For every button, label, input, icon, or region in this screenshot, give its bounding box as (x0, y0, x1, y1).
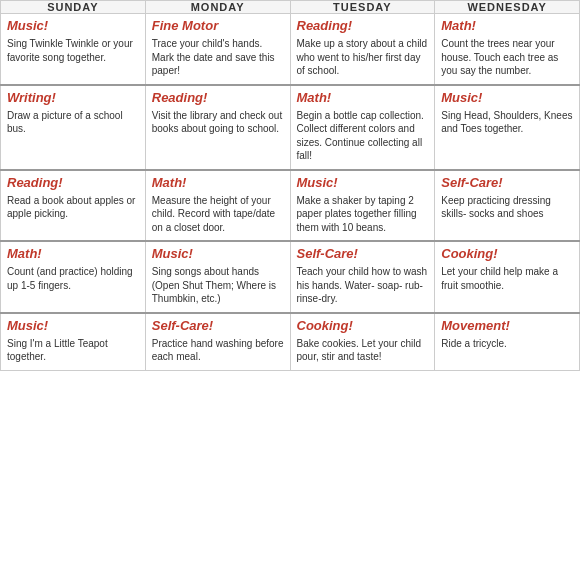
cell-body: Begin a bottle cap collection. Collect d… (291, 107, 435, 169)
cell-title: Music! (435, 86, 579, 107)
table-cell: Writing!Draw a picture of a school bus. (1, 85, 146, 170)
table-cell: Math!Measure the height of your child. R… (145, 170, 290, 242)
table-cell: Music!Sing songs about hands (Open Shut … (145, 241, 290, 313)
cell-body: Keep practicing dressing skills- socks a… (435, 192, 579, 227)
cell-title: Self-Care! (435, 171, 579, 192)
day-header: MONDAY (145, 1, 290, 14)
day-header: WEDNESDAY (435, 1, 580, 14)
cell-title: Fine Motor (146, 14, 290, 35)
cell-body: Count the trees near your house. Touch e… (435, 35, 579, 84)
table-cell: Music!Make a shaker by taping 2 paper pl… (290, 170, 435, 242)
cell-body: Teach your child how to wash his hands. … (291, 263, 435, 312)
cell-body: Practice hand washing before each meal. (146, 335, 290, 370)
table-cell: Movement!Ride a tricycle. (435, 313, 580, 371)
cell-body: Visit the library and check out books ab… (146, 107, 290, 142)
cell-title: Reading! (291, 14, 435, 35)
cell-body: Let your child help make a fruit smoothi… (435, 263, 579, 298)
cell-title: Self-Care! (146, 314, 290, 335)
cell-title: Music! (291, 171, 435, 192)
cell-title: Cooking! (291, 314, 435, 335)
cell-body: Ride a tricycle. (435, 335, 579, 357)
day-header: TUESDAY (290, 1, 435, 14)
table-cell: Math!Count the trees near your house. To… (435, 14, 580, 85)
cell-title: Reading! (1, 171, 145, 192)
table-cell: Self-Care!Teach your child how to wash h… (290, 241, 435, 313)
cell-title: Math! (1, 242, 145, 263)
cell-title: Movement! (435, 314, 579, 335)
table-cell: Cooking!Let your child help make a fruit… (435, 241, 580, 313)
cell-title: Writing! (1, 86, 145, 107)
cell-body: Draw a picture of a school bus. (1, 107, 145, 142)
cell-body: Sing Twinkle Twinkle or your favorite so… (1, 35, 145, 70)
cell-title: Cooking! (435, 242, 579, 263)
table-cell: Music!Sing I'm a Little Teapot together. (1, 313, 146, 371)
table-cell: Music!Sing Head, Shoulders, Knees and To… (435, 85, 580, 170)
table-cell: Reading!Visit the library and check out … (145, 85, 290, 170)
cell-body: Read a book about apples or apple pickin… (1, 192, 145, 227)
cell-title: Music! (1, 314, 145, 335)
cell-body: Sing I'm a Little Teapot together. (1, 335, 145, 370)
cell-title: Music! (1, 14, 145, 35)
table-cell: Cooking!Bake cookies. Let your child pou… (290, 313, 435, 371)
cell-body: Count (and practice) holding up 1-5 fing… (1, 263, 145, 298)
table-cell: Reading!Read a book about apples or appl… (1, 170, 146, 242)
table-cell: Math!Begin a bottle cap collection. Coll… (290, 85, 435, 170)
cell-title: Math! (146, 171, 290, 192)
table-cell: Self-Care!Keep practicing dressing skill… (435, 170, 580, 242)
cell-body: Make a shaker by taping 2 paper plates t… (291, 192, 435, 241)
cell-title: Reading! (146, 86, 290, 107)
table-cell: Self-Care!Practice hand washing before e… (145, 313, 290, 371)
cell-title: Music! (146, 242, 290, 263)
table-cell: Reading!Make up a story about a child wh… (290, 14, 435, 85)
cell-body: Measure the height of your child. Record… (146, 192, 290, 241)
cell-title: Math! (435, 14, 579, 35)
cell-title: Math! (291, 86, 435, 107)
table-cell: Fine MotorTrace your child's hands. Mark… (145, 14, 290, 85)
cell-body: Bake cookies. Let your child pour, stir … (291, 335, 435, 370)
table-cell: Math!Count (and practice) holding up 1-5… (1, 241, 146, 313)
activity-calendar: SUNDAYMONDAYTUESDAYWEDNESDAY Music!Sing … (0, 0, 580, 371)
cell-body: Sing Head, Shoulders, Knees and Toes tog… (435, 107, 579, 142)
cell-body: Sing songs about hands (Open Shut Them; … (146, 263, 290, 312)
cell-title: Self-Care! (291, 242, 435, 263)
cell-body: Trace your child's hands. Mark the date … (146, 35, 290, 84)
table-cell: Music!Sing Twinkle Twinkle or your favor… (1, 14, 146, 85)
cell-body: Make up a story about a child who went t… (291, 35, 435, 84)
day-header: SUNDAY (1, 1, 146, 14)
